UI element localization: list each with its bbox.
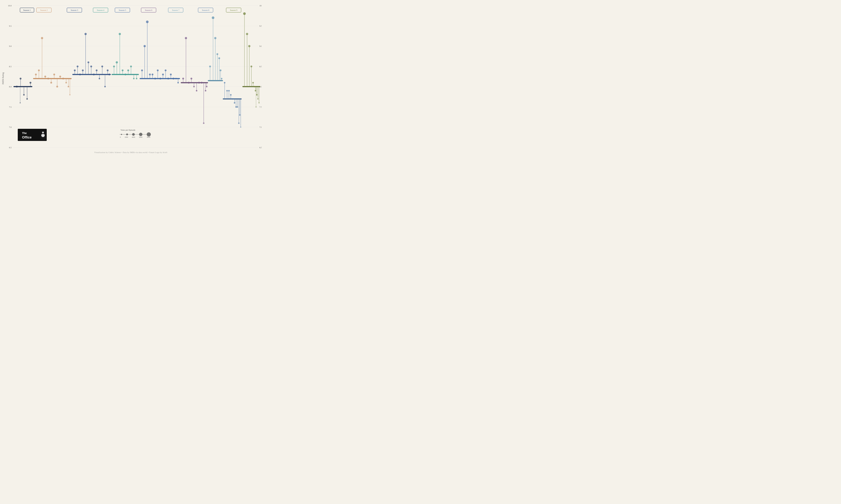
svg-point-67 xyxy=(62,78,64,79)
logo-the: The xyxy=(22,131,27,134)
svg-point-236 xyxy=(256,106,257,108)
svg-point-140 xyxy=(162,74,164,75)
svg-point-150 xyxy=(175,78,177,79)
svg-point-109 xyxy=(119,33,121,35)
legend-8000: 8000 xyxy=(147,136,151,138)
svg-point-148 xyxy=(172,78,174,79)
svg-point-193 xyxy=(224,82,225,84)
svg-point-63 xyxy=(56,86,58,88)
svg-point-239 xyxy=(42,131,44,133)
svg-point-167 xyxy=(198,82,200,84)
svg-point-195 xyxy=(226,90,228,91)
svg-point-55 xyxy=(44,76,46,77)
svg-point-126 xyxy=(143,45,146,47)
svg-point-232 xyxy=(257,98,258,100)
svg-point-86 xyxy=(87,61,89,63)
svg-point-49 xyxy=(35,74,37,75)
svg-point-111 xyxy=(122,69,123,71)
svg-point-61 xyxy=(53,74,55,75)
svg-point-186 xyxy=(218,57,220,59)
svg-point-57 xyxy=(47,78,49,79)
svg-text:9.5: 9.5 xyxy=(9,25,12,27)
svg-point-146 xyxy=(170,74,172,75)
svg-text:7.0: 7.0 xyxy=(9,126,12,128)
svg-point-44 xyxy=(30,82,31,84)
main-chart: 10.0 10.0 9.5 9.5 9.0 9.0 8.5 8.5 8.0 8.… xyxy=(0,0,262,161)
svg-point-199 xyxy=(230,94,231,95)
svg-rect-241 xyxy=(41,134,42,136)
season8-label: Season 8 xyxy=(202,9,209,11)
svg-point-224 xyxy=(252,82,254,84)
svg-point-42 xyxy=(27,98,28,100)
svg-text:8.5: 8.5 xyxy=(9,65,12,68)
legend-4000: 4000 xyxy=(132,136,135,138)
svg-point-115 xyxy=(127,69,129,71)
season2-label: Season 2 xyxy=(40,9,48,11)
svg-point-88 xyxy=(90,66,92,67)
svg-point-96 xyxy=(101,66,103,67)
svg-point-94 xyxy=(99,78,100,79)
svg-point-226 xyxy=(254,86,255,87)
svg-point-84 xyxy=(84,33,87,35)
svg-point-201 xyxy=(232,98,234,100)
legend-2000: 2000 xyxy=(125,136,128,138)
svg-point-180 xyxy=(212,16,214,19)
svg-point-205 xyxy=(235,106,237,108)
svg-point-90 xyxy=(93,74,95,75)
svg-point-136 xyxy=(157,69,159,71)
svg-point-184 xyxy=(217,53,218,55)
svg-point-128 xyxy=(146,20,149,23)
svg-point-138 xyxy=(159,78,161,79)
svg-point-82 xyxy=(82,69,84,71)
legend-0: 0 xyxy=(120,136,121,138)
svg-point-132 xyxy=(152,74,153,75)
legend-6000: 6000 xyxy=(139,136,142,138)
svg-point-209 xyxy=(238,123,240,124)
svg-point-155 xyxy=(182,78,184,79)
svg-point-98 xyxy=(104,86,106,87)
svg-point-169 xyxy=(201,82,203,84)
svg-point-80 xyxy=(79,74,81,75)
svg-point-36 xyxy=(16,86,18,88)
svg-point-213 xyxy=(240,127,241,128)
svg-point-51 xyxy=(38,69,40,71)
svg-point-100 xyxy=(107,69,108,71)
svg-point-130 xyxy=(149,74,151,75)
svg-text:9.0: 9.0 xyxy=(9,45,12,47)
svg-point-40 xyxy=(23,94,25,95)
svg-point-46 xyxy=(20,102,21,103)
svg-text:9.5: 9.5 xyxy=(259,25,262,27)
svg-point-59 xyxy=(50,82,52,84)
svg-rect-242 xyxy=(44,134,45,136)
season1-label: Season 1 xyxy=(23,9,31,11)
svg-point-234 xyxy=(258,102,260,103)
svg-point-152 xyxy=(177,82,179,84)
svg-point-144 xyxy=(167,78,169,79)
svg-point-142 xyxy=(165,69,167,71)
svg-point-102 xyxy=(108,74,110,75)
svg-point-53 xyxy=(41,37,43,39)
svg-point-69 xyxy=(65,82,67,84)
svg-point-222 xyxy=(251,66,252,67)
svg-text:10.0: 10.0 xyxy=(259,4,262,7)
svg-text:6.5: 6.5 xyxy=(259,146,262,149)
svg-point-216 xyxy=(243,12,246,15)
svg-text:6.5: 6.5 xyxy=(9,146,12,149)
svg-text:7.5: 7.5 xyxy=(259,106,262,108)
svg-text:8.5: 8.5 xyxy=(259,65,262,68)
svg-point-190 xyxy=(221,78,222,79)
svg-point-159 xyxy=(188,82,190,84)
y-axis-label: IMDb Rating xyxy=(2,72,4,84)
season7-label: Season 7 xyxy=(172,9,179,11)
svg-point-188 xyxy=(220,69,221,71)
svg-point-73 xyxy=(69,94,70,95)
svg-text:8.0: 8.0 xyxy=(9,86,12,88)
svg-point-173 xyxy=(205,90,206,91)
svg-point-182 xyxy=(214,37,217,39)
svg-text:9.0: 9.0 xyxy=(259,45,262,47)
svg-point-92 xyxy=(96,69,98,71)
svg-point-38 xyxy=(20,78,21,79)
svg-point-117 xyxy=(130,66,132,67)
svg-point-218 xyxy=(246,33,248,35)
svg-point-119 xyxy=(133,78,135,79)
